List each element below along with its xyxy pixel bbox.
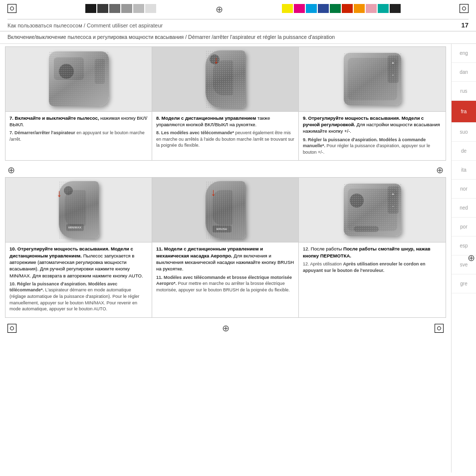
- swatch-mid1: [109, 4, 120, 13]
- header-fr-text: Comment utiliser cet aspirateur: [87, 22, 163, 28]
- instr-12-fr-prefix: 12. Après utilisation: [303, 261, 343, 266]
- lang-esp-label: esp: [460, 243, 468, 248]
- lang-gre-label: gre: [460, 281, 467, 286]
- instruction-image-11: BRUSH ↓: [152, 178, 298, 242]
- lang-eng[interactable]: eng: [452, 44, 476, 63]
- reg-mark-br: [435, 324, 444, 333]
- lang-sve-label: sve: [460, 262, 468, 267]
- instruction-image-8: ↓: [152, 47, 298, 112]
- swatch-magenta: [294, 4, 305, 13]
- swatch-green: [330, 4, 341, 13]
- reg-mark-top-left: [7, 4, 16, 13]
- instruction-text-11: 11. Модели с дистанционным управлением и…: [152, 242, 298, 298]
- lang-de-label: de: [461, 148, 467, 154]
- lang-suo[interactable]: suo: [452, 123, 476, 142]
- swatch-blue: [318, 4, 329, 13]
- reg-mark-top-right: [460, 4, 469, 13]
- registration-mark-tl: [7, 4, 16, 13]
- lang-de[interactable]: de: [452, 142, 476, 161]
- header-ru-text: Как пользоваться пылесосом: [7, 22, 82, 28]
- crosshair-bottom-center: ⊕: [222, 323, 230, 334]
- reg-mark-bl: [7, 324, 16, 333]
- instruction-cell-12: + - 12. После работы После работы смотай…: [299, 178, 446, 317]
- swatch-light2: [145, 4, 156, 13]
- instruction-image-12: + -: [299, 178, 446, 242]
- lang-ita[interactable]: ita: [452, 161, 476, 180]
- subheader-fr: Démarrer /arrêter l'aspirateur et régler…: [188, 34, 335, 40]
- main-layout: 7. Включайте и выключайте пылесос, нажим…: [0, 44, 476, 473]
- center-markers: ⊕ ⊕: [5, 163, 446, 177]
- top-instruction-grid: 7. Включайте и выключайте пылесос, нажим…: [5, 46, 446, 161]
- swatch-cyan: [306, 4, 317, 13]
- language-sidebar: eng dan rus fra suo de ita nor ned por e: [451, 44, 476, 473]
- instruction-text-7: 7. Включайте и выключайте пылесос, нажим…: [5, 112, 152, 148]
- lang-suo-label: suo: [460, 129, 468, 135]
- color-swatches-right: [282, 4, 401, 13]
- lang-por-label: por: [460, 224, 467, 230]
- instr-12-ru-prefix: 12. После работы: [303, 246, 343, 251]
- instruction-cell-7: 7. Включайте и выключайте пылесос, нажим…: [5, 47, 152, 161]
- bottom-instruction-grid: MIN/MAX ↓ 10. Отрегулируйте мощность вса…: [5, 177, 446, 317]
- crosshair-right: ⊕: [436, 165, 444, 176]
- registration-mark-tr: [460, 4, 469, 13]
- swatch-orange: [354, 4, 365, 13]
- lang-nor-label: nor: [460, 186, 467, 192]
- lang-fra[interactable]: fra: [452, 101, 476, 123]
- swatch-black: [85, 4, 96, 13]
- swatch-dark: [97, 4, 108, 13]
- swatch-light1: [133, 4, 144, 13]
- crosshair-top-center: ⊕: [216, 4, 223, 15]
- swatch-black2: [390, 4, 401, 13]
- lang-ned-label: ned: [460, 205, 468, 211]
- content-area: 7. Включайте и выключайте пылесос, нажим…: [0, 44, 451, 473]
- crosshair-left: ⊕: [7, 165, 15, 176]
- instr-11-fr-text: Pour mettre en marche ou arrêter la bros…: [156, 281, 290, 292]
- instr-8-fr-title: 8. Les modèles avec télécommande*: [156, 130, 234, 135]
- swatch-teal: [378, 4, 389, 13]
- page-number: 17: [462, 21, 469, 29]
- instruction-cell-10: MIN/MAX ↓ 10. Отрегулируйте мощность вса…: [5, 178, 152, 317]
- instruction-cell-9: + - 9. Отрегулируйте мощность всасывания…: [299, 47, 446, 161]
- swatch-mid2: [121, 4, 132, 13]
- instruction-text-9: 9. Отрегулируйте мощность всасывания. Мо…: [299, 112, 446, 161]
- instr-7-fr-title: 7. Démarrer/arrêter l'aspirateur: [9, 130, 75, 135]
- page-header: Как пользоваться пылесосом / Comment uti…: [0, 19, 476, 31]
- color-swatches-left: [85, 4, 156, 13]
- lang-rus-label: rus: [461, 88, 468, 94]
- lang-rus[interactable]: rus: [452, 82, 476, 101]
- sub-header: Включение/выключение пылесоса и регулиро…: [0, 31, 476, 44]
- instruction-image-7: [5, 47, 152, 112]
- instruction-cell-8: ↓ 8. Модели с дистанционным управлением …: [152, 47, 299, 161]
- instr-8-ru-title: 8. Модели с дистанционным управлением: [156, 115, 256, 121]
- swatch-yellow: [282, 4, 293, 13]
- crosshair-right-edge: ⊕: [468, 252, 476, 263]
- top-marks-row: ⊕: [0, 0, 476, 19]
- bottom-marks: ⊕: [5, 320, 446, 335]
- header-title: Как пользоваться пылесосом / Comment uti…: [7, 22, 163, 28]
- instruction-image-10: MIN/MAX ↓: [5, 178, 152, 242]
- registration-mark-br: [435, 324, 444, 333]
- lang-nor[interactable]: nor: [452, 180, 476, 199]
- instr-7-ru-title: 7. Включайте и выключайте пылесос,: [9, 115, 99, 121]
- lang-dan[interactable]: dan: [452, 63, 476, 82]
- lang-por[interactable]: por: [452, 218, 476, 237]
- instruction-text-12: 12. После работы После работы смотайте ш…: [299, 242, 446, 278]
- swatch-red2: [342, 4, 353, 13]
- instruction-cell-11: BRUSH ↓ 11. Модели с дистанционным управ…: [152, 178, 299, 317]
- lang-ita-label: ita: [461, 167, 467, 173]
- swatch-pink: [366, 4, 377, 13]
- instruction-text-8: 8. Модели с дистанционным управлением та…: [152, 112, 298, 154]
- lang-eng-label: eng: [460, 50, 468, 56]
- instruction-image-9: + -: [299, 47, 446, 112]
- lang-fra-label: fra: [461, 109, 467, 114]
- instruction-text-10: 10. Отрегулируйте мощность всасывания. М…: [5, 242, 152, 317]
- subheader-ru: Включение/выключение пылесоса и регулиро…: [7, 34, 184, 40]
- lang-dan-label: dan: [460, 69, 468, 75]
- registration-mark-bl: [7, 324, 16, 333]
- lang-ned[interactable]: ned: [452, 199, 476, 218]
- lang-gre[interactable]: gre: [452, 274, 476, 293]
